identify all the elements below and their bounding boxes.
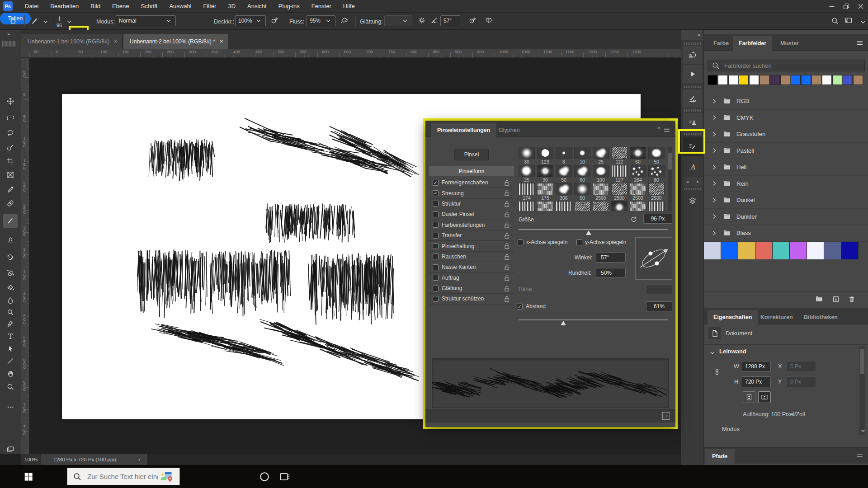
brush-option-pinselhaltung[interactable]: Pinselhaltung xyxy=(429,241,514,251)
color-swatch[interactable] xyxy=(773,242,790,259)
flip-y-row[interactable]: y-Achse spiegeln xyxy=(576,239,626,245)
lock-open-icon[interactable] xyxy=(503,189,511,197)
history-panel-button[interactable] xyxy=(683,46,703,64)
menu-schrift[interactable]: Schrift xyxy=(135,0,164,13)
chevron-right-icon[interactable] xyxy=(710,212,718,221)
glyphs-panel-button[interactable]: A xyxy=(683,158,703,176)
panel-menu-icon[interactable] xyxy=(856,39,864,47)
checkbox[interactable] xyxy=(433,286,439,291)
swatch-group-rein[interactable]: Rein xyxy=(704,176,868,192)
properties-scrollbar[interactable] xyxy=(859,346,865,435)
menu-fenster[interactable]: Fenster xyxy=(306,0,337,13)
swatch-group-pastell[interactable]: Pastell xyxy=(704,143,868,160)
brush-preset[interactable]: 30 xyxy=(519,147,535,165)
brush-preset[interactable] xyxy=(537,201,553,211)
swatch-group-graustufen[interactable]: Graustufen xyxy=(704,126,868,143)
brush-preset[interactable]: 60 xyxy=(630,147,646,165)
color-swatch[interactable] xyxy=(739,75,749,85)
lock-open-icon[interactable] xyxy=(503,221,511,230)
lock-open-icon[interactable] xyxy=(503,274,511,282)
chevron-down-icon[interactable] xyxy=(42,18,50,26)
expand-chevron-icon[interactable]: » xyxy=(686,179,689,184)
lock-open-icon[interactable] xyxy=(503,285,511,293)
color-swatch[interactable] xyxy=(832,75,842,85)
tab-farbfelder[interactable]: Farbfelder xyxy=(733,36,772,51)
brush-preset[interactable] xyxy=(648,201,665,211)
chevron-right-icon[interactable] xyxy=(710,196,718,204)
brush-preset[interactable]: 284 xyxy=(630,165,646,183)
taskbar-search-input[interactable] xyxy=(86,472,159,481)
rotate-view-tool[interactable] xyxy=(3,367,18,380)
brush-preset[interactable]: 30 xyxy=(537,165,553,183)
panel-menu-icon[interactable] xyxy=(856,452,864,460)
swatch-group-rgb[interactable]: RGB xyxy=(704,93,868,110)
brush-preset[interactable]: 2500 xyxy=(611,183,627,201)
abstand-slider[interactable] xyxy=(519,319,668,320)
checkbox[interactable] xyxy=(433,190,439,196)
abstand-slider-thumb[interactable] xyxy=(561,321,566,325)
actions-panel-button[interactable] xyxy=(683,65,703,83)
checkbox[interactable] xyxy=(433,180,439,186)
swatch-group-hell[interactable]: Hell xyxy=(704,159,868,176)
panel-collapse-icon[interactable]: » xyxy=(657,125,660,130)
symmetry-butterfly-icon[interactable] xyxy=(485,16,493,24)
menu-filter[interactable]: Filter xyxy=(198,0,222,13)
new-swatch-icon[interactable] xyxy=(832,295,840,303)
brush-preset[interactable]: 175 xyxy=(537,183,553,201)
height-field[interactable]: 720 Px xyxy=(741,376,771,387)
color-swatch[interactable] xyxy=(843,75,853,85)
crop-tool[interactable] xyxy=(3,155,18,168)
flip-x-row[interactable]: x-Achse spiegeln xyxy=(518,239,567,245)
lock-open-icon[interactable] xyxy=(503,211,511,219)
gear-icon[interactable] xyxy=(418,16,426,24)
chevron-right-icon[interactable] xyxy=(710,229,718,237)
start-button[interactable] xyxy=(23,471,34,483)
blend-mode-select[interactable]: Normal xyxy=(116,15,176,26)
color-swatch[interactable] xyxy=(755,242,773,259)
brush-preset[interactable]: 2500 xyxy=(648,183,665,201)
swatch-group-dunkler[interactable]: Dunkler xyxy=(704,209,868,225)
color-swatch[interactable] xyxy=(770,75,780,85)
brush-option-farbeinstellungen[interactable]: Farbeinstellungen xyxy=(429,220,514,230)
collapse-panels-button[interactable]: « xyxy=(681,30,704,40)
brush-tool-preset-button[interactable] xyxy=(28,15,42,28)
orientation-portrait-button[interactable] xyxy=(743,391,755,403)
brush-option-streuung[interactable]: Streuung xyxy=(429,188,514,198)
airbrush-icon[interactable] xyxy=(340,16,348,24)
brush-option-struktur-sch-tzen[interactable]: Struktur schützen xyxy=(429,294,514,304)
menu-datei[interactable]: Datei xyxy=(19,0,44,13)
brush-option-rauschen[interactable]: Rauschen xyxy=(429,252,514,262)
zoom-tool[interactable] xyxy=(3,380,18,394)
chevron-right-icon[interactable] xyxy=(710,179,718,188)
document-tab-1[interactable]: Unbenannt-1 bei 100% (RGB/8#)× xyxy=(21,34,123,49)
menu-auswahl[interactable]: Auswahl xyxy=(163,0,197,13)
drag-grip[interactable] xyxy=(684,42,701,45)
color-swatch[interactable] xyxy=(824,242,841,259)
drag-grip[interactable] xyxy=(684,109,701,112)
brush-option-auftrag[interactable]: Auftrag xyxy=(429,273,514,283)
menu-3d[interactable]: 3D xyxy=(222,0,241,13)
chevron-down-icon[interactable] xyxy=(859,18,867,26)
tab-korrekturen[interactable]: Korrekturen xyxy=(755,310,799,324)
menu-ansicht[interactable]: Ansicht xyxy=(241,0,273,13)
swatch-group-dunkel[interactable]: Dunkel xyxy=(704,192,868,209)
chevron-right-icon[interactable] xyxy=(710,146,718,155)
lock-open-icon[interactable] xyxy=(503,232,511,240)
brush-angle-field[interactable]: 57° xyxy=(440,15,460,26)
close-tab-icon[interactable]: × xyxy=(220,38,223,45)
brush-option-nasse-kanten[interactable]: Nasse Kanten xyxy=(429,262,514,272)
brush-preset[interactable]: 50 xyxy=(574,183,590,201)
restore-button[interactable] xyxy=(839,0,854,13)
drag-grip[interactable] xyxy=(2,41,16,47)
groesse-field[interactable]: 96 Px xyxy=(643,214,672,224)
tab-pinseleinstellungen[interactable]: Pinseleinstellungen xyxy=(431,123,496,137)
pinsel-button[interactable]: Pinsel xyxy=(454,149,489,160)
clone-source-panel-button[interactable] xyxy=(683,113,703,131)
document-tab-2[interactable]: Unbenannt-2 bei 100% (RGB/8#) *× xyxy=(123,34,228,49)
checkbox[interactable] xyxy=(433,253,439,259)
lock-open-icon[interactable] xyxy=(503,179,511,187)
menu-hilfe[interactable]: Hilfe xyxy=(337,0,361,13)
lock-open-icon[interactable] xyxy=(503,263,511,272)
lock-open-icon[interactable] xyxy=(503,295,511,303)
scroll-down-icon[interactable] xyxy=(859,427,867,435)
